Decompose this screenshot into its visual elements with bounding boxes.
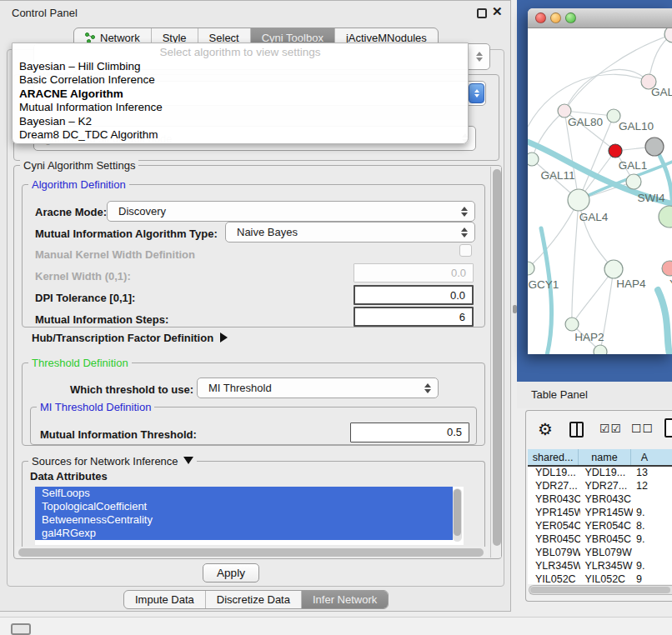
- network-node-gal11[interactable]: [528, 152, 539, 166]
- network-node-swi4[interactable]: [659, 206, 672, 228]
- kernel-width-label: Kernel Width (0,1):: [35, 270, 131, 282]
- network-edge[interactable]: [658, 290, 671, 354]
- combo-arrows-icon-focused[interactable]: [469, 83, 484, 103]
- sources-group-title[interactable]: Sources for Network Inference: [28, 455, 197, 468]
- network-node-y[interactable]: [662, 261, 672, 276]
- right-triangle-icon: [220, 332, 228, 342]
- tab-impute-data[interactable]: Impute Data: [124, 591, 206, 608]
- combo-arrows-icon: [424, 383, 431, 393]
- popup-item[interactable]: ARACNE Algorithm: [13, 88, 468, 101]
- tab-infer-network[interactable]: Infer Network: [302, 591, 388, 608]
- network-node[interactable]: [645, 138, 664, 156]
- data-attributes-list[interactable]: SelfLoopsTopologicalCoefficientBetweenne…: [35, 487, 464, 545]
- settings-horizontal-scrollbar[interactable]: [16, 547, 489, 558]
- network-edge[interactable]: [528, 200, 579, 268]
- manual-kernel-checkbox[interactable]: [459, 244, 472, 257]
- control-panel-titlebar[interactable]: Control Panel ✕: [0, 1, 510, 24]
- gear-icon[interactable]: ⚙: [538, 419, 553, 439]
- table-horizontal-scrollbar[interactable]: [529, 585, 672, 595]
- column-header[interactable]: name: [579, 449, 631, 465]
- node-label: HAP4: [616, 278, 646, 290]
- network-node-hap2[interactable]: [565, 318, 579, 331]
- network-canvas[interactable]: GALGAL80GAL10GAL1GAL11SWI4GAL4GCY1HAP4YH…: [528, 28, 672, 354]
- hub-definition-expander[interactable]: Hub/Transcription Factor Definition: [32, 332, 228, 344]
- mi-threshold-input[interactable]: 0.5: [350, 422, 469, 442]
- attribute-item[interactable]: TopologicalCoefficient: [35, 500, 453, 513]
- network-edge[interactable]: [572, 269, 614, 324]
- attribute-item[interactable]: gal4RGexp: [35, 527, 453, 540]
- combo-arrows-icon: [460, 207, 468, 217]
- popup-item[interactable]: Dream8 DC_TDC Algorithm: [13, 128, 468, 142]
- network-edge[interactable]: [541, 228, 552, 354]
- mi-threshold-title: MI Threshold Definition: [37, 401, 154, 413]
- float-window-icon[interactable]: [477, 8, 487, 18]
- table-cell: YBR045C: [528, 533, 580, 547]
- data-attributes-label: Data Attributes: [30, 470, 108, 482]
- table-cell: 9.: [633, 560, 672, 573]
- network-icon: [85, 32, 96, 43]
- table-cell: 8.: [633, 520, 672, 533]
- tab-label: Infer Network: [313, 593, 377, 606]
- mi-algorithm-type-combo[interactable]: Naive Bayes: [225, 222, 475, 242]
- popup-item[interactable]: Mutual Information Inference: [13, 101, 468, 114]
- network-node-gal4[interactable]: [568, 189, 589, 211]
- table-row[interactable]: YIL052CYIL052C9: [528, 573, 672, 584]
- table-row[interactable]: YLR345WYLR345W9.: [528, 560, 672, 573]
- network-node-hap4[interactable]: [604, 260, 623, 278]
- network-edge[interactable]: [572, 200, 579, 324]
- popup-item[interactable]: Basic Correlation Inference: [13, 73, 468, 87]
- column-header[interactable]: shared...: [528, 449, 579, 465]
- network-node-gal1[interactable]: [626, 174, 641, 189]
- aracne-mode-combo[interactable]: Discovery: [107, 201, 475, 222]
- panel-splitter-handle[interactable]: [513, 305, 517, 313]
- minimize-traffic-light-icon[interactable]: [550, 12, 561, 23]
- mi-steps-input[interactable]: 6: [354, 307, 474, 327]
- close-traffic-light-icon[interactable]: [535, 12, 546, 23]
- tab-discretize-data[interactable]: Discretize Data: [206, 591, 302, 608]
- table-row[interactable]: YER054CYER054C8.: [528, 520, 672, 533]
- network-node-gcy1[interactable]: [528, 262, 534, 275]
- table-panel-titlebar: Table Panel: [517, 382, 672, 408]
- table-row[interactable]: YBL079WYBL079W: [528, 547, 672, 560]
- mit-label: Mutual Information Threshold:: [40, 428, 197, 441]
- zoom-traffic-light-icon[interactable]: [565, 12, 576, 23]
- network-edge[interactable]: [564, 69, 649, 111]
- attribute-item[interactable]: SelfLoops: [35, 487, 453, 500]
- algorithm-definition-title: Algorithm Definition: [28, 178, 129, 191]
- table-row[interactable]: YBR045CYBR045C9.: [528, 533, 672, 547]
- table-row[interactable]: YPR145WYPR145W9.: [528, 507, 672, 520]
- select-all-checkboxes-icon[interactable]: ☑☑: [599, 422, 622, 435]
- table-header-row[interactable]: shared...nameA: [528, 449, 672, 467]
- popup-item[interactable]: Bayesian – K2: [13, 115, 468, 128]
- kernel-width-input[interactable]: 0.0: [354, 263, 474, 282]
- table-cell: YPR145W: [528, 507, 580, 520]
- table-cell: YLR345W: [580, 560, 633, 573]
- table-toolbar: ⚙ ☑☑ ☐☐: [526, 411, 672, 448]
- network-node[interactable]: [594, 345, 607, 354]
- deselect-all-checkboxes-icon[interactable]: ☐☐: [631, 422, 654, 435]
- which-threshold-combo[interactable]: MI Threshold: [197, 378, 439, 398]
- table-row[interactable]: YDL19...YDL19...13: [528, 467, 672, 480]
- table-row[interactable]: YBR043CYBR043C: [528, 493, 672, 507]
- dpi-tolerance-input[interactable]: 0.0: [354, 285, 474, 305]
- network-edge[interactable]: [564, 34, 672, 111]
- node-label: GCY1: [529, 278, 559, 291]
- minimized-panel-button[interactable]: [11, 623, 31, 635]
- network-window-titlebar[interactable]: [528, 8, 672, 28]
- apply-button[interactable]: Apply: [203, 563, 259, 582]
- attribute-item[interactable]: BetweennessCentrality: [35, 513, 453, 527]
- export-table-icon[interactable]: [664, 418, 672, 438]
- table-row[interactable]: YDR27...YDR27...12: [528, 480, 672, 493]
- close-icon[interactable]: ✕: [492, 4, 503, 19]
- split-columns-icon[interactable]: [569, 422, 584, 438]
- table-cell: YBR043C: [580, 493, 633, 507]
- settings-vertical-scrollbar[interactable]: [490, 167, 501, 558]
- control-panel-window: Control Panel ✕ NetworkStyleSelectCyni T…: [0, 0, 511, 612]
- attributes-scrollbar[interactable]: [453, 488, 462, 542]
- node-label: GAL: [651, 86, 672, 98]
- popup-item[interactable]: Bayesian – Hill Climbing: [13, 60, 468, 73]
- node-label: GAL11: [540, 169, 574, 182]
- column-header[interactable]: A: [631, 449, 672, 465]
- table-panel-title: Table Panel: [531, 388, 588, 401]
- network-node[interactable]: [609, 144, 622, 158]
